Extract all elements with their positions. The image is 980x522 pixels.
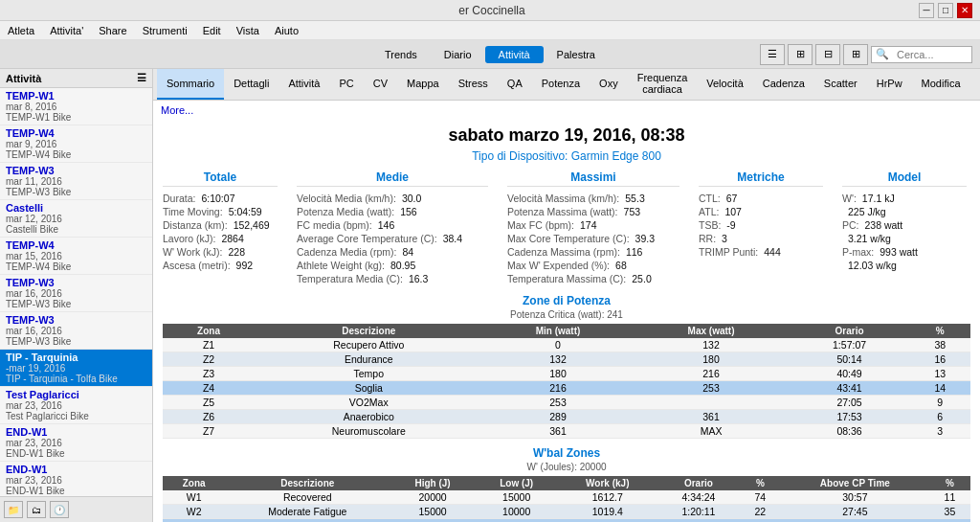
power-zones-title: Zone di Potenza xyxy=(163,294,970,307)
search-icon: 🔍 xyxy=(876,48,889,60)
menu-edit[interactable]: Edit xyxy=(199,23,225,38)
minimize-button[interactable]: ─ xyxy=(919,3,934,18)
clock-icon[interactable]: 🕐 xyxy=(50,501,69,518)
tab-pc[interactable]: PC xyxy=(329,69,363,100)
tab-attivita[interactable]: Attività xyxy=(278,69,329,100)
activity-tabs: Sommario Dettagli Attività PC CV Mappa S… xyxy=(153,69,980,101)
stat-row: 3.21 w/kg xyxy=(842,233,967,244)
stat-row: Temperatura Media (C):16.3 xyxy=(297,273,488,284)
menu-atleta[interactable]: Atleta xyxy=(4,23,38,38)
list-item[interactable]: TEMP-W4 mar 15, 2016 TEMP-W4 Bike xyxy=(0,238,152,275)
sidebar-menu-icon[interactable]: ☰ xyxy=(137,72,146,84)
tab-potenza[interactable]: Potenza xyxy=(532,69,590,100)
list-item[interactable]: TEMP-W4 mar 9, 2016 TEMP-W4 Bike xyxy=(0,125,152,163)
stat-row: FC media (bpm):146 xyxy=(297,219,488,231)
sidebar-title: Attività xyxy=(6,73,41,84)
menu-strumenti[interactable]: Strumenti xyxy=(139,23,191,38)
menu-share[interactable]: Share xyxy=(95,23,130,38)
nav-palestra[interactable]: Palestra xyxy=(544,46,609,63)
menu-vista[interactable]: Vista xyxy=(233,23,263,38)
item-code: TEMP-W3 xyxy=(6,314,146,326)
item-date: mar 23, 2016 xyxy=(6,475,146,486)
tab-hrpw[interactable]: HrPw xyxy=(867,69,912,100)
stat-row: Max Core Temperature (C):39.3 xyxy=(507,233,679,244)
tab-frequenza[interactable]: Frequenza cardiaca xyxy=(628,69,698,100)
folder-icon[interactable]: 📁 xyxy=(4,501,23,518)
wbal-col-low: Low (J) xyxy=(476,476,558,490)
close-button[interactable]: ✕ xyxy=(957,3,972,18)
item-sub: TIP - Tarquinia - Tolfa Bike xyxy=(6,374,146,384)
sidebar-footer: 📁 🗂 🕐 xyxy=(0,496,152,522)
tab-dettagli[interactable]: Dettagli xyxy=(224,69,278,100)
stat-row: W':17.1 kJ xyxy=(842,193,967,204)
item-sub: END-W1 Bike xyxy=(6,448,146,459)
tab-scatter[interactable]: Scatter xyxy=(814,69,867,100)
nav-icon-2[interactable]: ⊞ xyxy=(788,44,813,65)
item-date: mar 23, 2016 xyxy=(6,400,146,411)
wbal-title: W'bal Zones xyxy=(163,446,970,460)
stat-row: Velocità Massima (km/h):55.3 xyxy=(507,193,679,204)
stat-row: Lavoro (kJ):2864 xyxy=(163,233,278,244)
tab-cv[interactable]: CV xyxy=(364,69,397,100)
nav-trends[interactable]: Trends xyxy=(371,46,431,63)
nav-icon-4[interactable]: ⊞ xyxy=(843,44,868,65)
tab-sommario[interactable]: Sommario xyxy=(157,69,224,100)
menu-aiuto[interactable]: Aiuto xyxy=(271,23,302,38)
nav-attivita[interactable]: Attività xyxy=(485,46,544,63)
table-row: W1Recovered20000150001612.74:34:247430:5… xyxy=(163,490,970,505)
nav-icon-3[interactable]: ⊟ xyxy=(815,44,840,65)
tab-stress[interactable]: Stress xyxy=(449,69,498,100)
list-item[interactable]: TEMP-W3 mar 16, 2016 TEMP-W3 Bike xyxy=(0,312,152,350)
list-item-active[interactable]: TIP - Tarquinia -mar 19, 2016 TIP - Tarq… xyxy=(0,350,152,387)
tab-mappa[interactable]: Mappa xyxy=(397,69,449,100)
nav-diario[interactable]: Diario xyxy=(431,46,485,63)
tab-cadenza[interactable]: Cadenza xyxy=(753,69,814,100)
stat-row: TSB:-9 xyxy=(699,219,823,231)
list-item[interactable]: Castelli mar 12, 2016 Castelli Bike xyxy=(0,200,152,238)
item-date: mar 23, 2016 xyxy=(6,438,146,448)
item-code: Test Paglaricci xyxy=(6,389,146,400)
stat-row: Ascesa (metri):992 xyxy=(163,260,278,271)
list-item[interactable]: END-W1 mar 23, 2016 END-W1 Bike xyxy=(0,424,152,462)
totale-title: Totale xyxy=(163,170,278,187)
maximize-button[interactable]: □ xyxy=(938,3,953,18)
power-zones-section: Zone di Potenza Potenza Critica (watt): … xyxy=(153,294,980,439)
nav-icon-1[interactable]: ☰ xyxy=(760,44,785,65)
list-item[interactable]: TEMP-W3 mar 16, 2016 TEMP-W3 Bike xyxy=(0,275,152,312)
list-item[interactable]: END-W1 mar 23, 2016 END-W1 Bike xyxy=(0,462,152,496)
tab-oxy[interactable]: Oxy xyxy=(590,69,628,100)
item-date: mar 11, 2016 xyxy=(6,176,146,187)
stat-row: CTL:67 xyxy=(699,193,823,204)
medie-section: Medie Velocità Media (km/h):30.0 Potenza… xyxy=(297,170,488,286)
massimi-section: Massimi Velocità Massima (km/h):55.3 Pot… xyxy=(507,170,679,286)
search-input[interactable] xyxy=(891,47,968,62)
stat-row: Potenza Media (watt):156 xyxy=(297,206,488,217)
navbar: Trends Diario Attività Palestra ☰ ⊞ ⊟ ⊞ … xyxy=(0,40,980,69)
item-date: mar 16, 2016 xyxy=(6,288,146,299)
item-code: Castelli xyxy=(6,202,146,214)
list-item[interactable]: Test Paglaricci mar 23, 2016 Test Paglar… xyxy=(0,387,152,424)
item-code: END-W1 xyxy=(6,426,146,438)
menu-attivita[interactable]: Attivita' xyxy=(46,23,87,38)
tabs-more-icon[interactable]: ⋮ xyxy=(970,69,980,100)
content-area: Sommario Dettagli Attività PC CV Mappa S… xyxy=(153,69,980,522)
tab-velocita[interactable]: Velocità xyxy=(697,69,753,100)
stat-row: TRIMP Punti:444 xyxy=(699,246,823,258)
list-item[interactable]: TEMP-W1 mar 8, 2016 TEMP-W1 Bike xyxy=(0,88,152,125)
add-icon[interactable]: 🗂 xyxy=(27,501,46,518)
stat-row: Time Moving:5:04:59 xyxy=(163,206,278,217)
item-sub: END-W1 Bike xyxy=(6,486,146,496)
more-link[interactable]: More... xyxy=(153,101,201,120)
item-date: mar 12, 2016 xyxy=(6,214,146,224)
tab-modifica[interactable]: Modifica xyxy=(912,69,970,100)
menubar: Atleta Attivita' Share Strumenti Edit Vi… xyxy=(0,21,980,40)
sidebar: Attività ☰ TEMP-W1 mar 8, 2016 TEMP-W1 B… xyxy=(0,69,153,522)
stat-row: Potenza Massima (watt):753 xyxy=(507,206,679,217)
tab-qa[interactable]: QA xyxy=(498,69,532,100)
metriche-title: Metriche xyxy=(699,170,823,187)
sidebar-header: Attività ☰ xyxy=(0,69,152,88)
table-row: Z5VO2Max25327:059 xyxy=(163,396,970,410)
wbal-col-work: Work (kJ) xyxy=(558,476,658,490)
stat-row: Velocità Media (km/h):30.0 xyxy=(297,193,488,204)
list-item[interactable]: TEMP-W3 mar 11, 2016 TEMP-W3 Bike xyxy=(0,163,152,200)
